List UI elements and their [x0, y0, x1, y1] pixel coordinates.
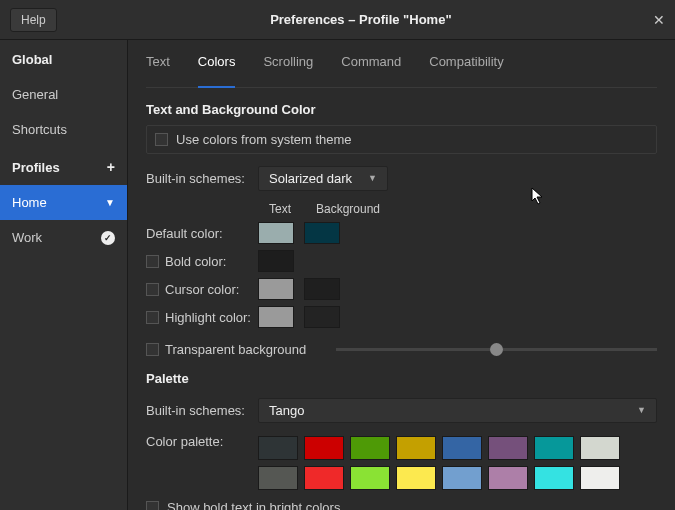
sidebar-item-work[interactable]: Work ✓: [0, 220, 127, 255]
color-palette-label: Color palette:: [146, 434, 258, 449]
system-theme-checkbox[interactable]: [155, 133, 168, 146]
scheme-label: Built-in schemes:: [146, 171, 258, 186]
palette-scheme-dropdown[interactable]: Tango ▼: [258, 398, 657, 423]
sidebar-item-general[interactable]: General: [0, 77, 127, 112]
default-text-swatch[interactable]: [258, 222, 294, 244]
section-title-palette: Palette: [146, 371, 657, 386]
palette-swatch-0[interactable]: [258, 436, 298, 460]
palette-scheme-value: Tango: [269, 403, 304, 418]
palette-swatch-5[interactable]: [488, 436, 528, 460]
palette-swatch-6[interactable]: [534, 436, 574, 460]
add-profile-button[interactable]: +: [107, 159, 115, 175]
highlight-bg-swatch[interactable]: [304, 306, 340, 328]
palette-swatch-13[interactable]: [488, 466, 528, 490]
bold-checkbox[interactable]: [146, 255, 159, 268]
palette-swatch-11[interactable]: [396, 466, 436, 490]
sidebar-header-global: Global: [0, 40, 127, 77]
palette-swatch-14[interactable]: [534, 466, 574, 490]
section-title-colors: Text and Background Color: [146, 102, 657, 117]
palette-swatch-3[interactable]: [396, 436, 436, 460]
cursor-bg-swatch[interactable]: [304, 278, 340, 300]
chevron-down-icon: ▼: [637, 405, 646, 415]
tab-colors[interactable]: Colors: [198, 54, 236, 88]
cursor-checkbox[interactable]: [146, 283, 159, 296]
bold-bright-checkbox[interactable]: [146, 501, 159, 510]
palette-swatch-1[interactable]: [304, 436, 344, 460]
palette-swatch-9[interactable]: [304, 466, 344, 490]
default-color-label: Default color:: [146, 226, 223, 241]
palette-swatch-2[interactable]: [350, 436, 390, 460]
bold-bright-label: Show bold text in bright colors: [167, 500, 340, 510]
tab-command[interactable]: Command: [341, 54, 401, 77]
default-bg-swatch[interactable]: [304, 222, 340, 244]
help-button[interactable]: Help: [10, 8, 57, 32]
bold-text-swatch[interactable]: [258, 250, 294, 272]
transparency-slider[interactable]: [336, 348, 657, 351]
column-header-bg: Background: [316, 202, 376, 216]
main-panel: Text Colors Scrolling Command Compatibil…: [128, 40, 675, 510]
sidebar-item-shortcuts[interactable]: Shortcuts: [0, 112, 127, 147]
close-icon[interactable]: ✕: [653, 12, 665, 28]
tab-scrolling[interactable]: Scrolling: [263, 54, 313, 77]
sidebar-item-label: Home: [12, 195, 47, 210]
cursor-text-swatch[interactable]: [258, 278, 294, 300]
slider-thumb[interactable]: [490, 343, 503, 356]
palette-swatch-12[interactable]: [442, 466, 482, 490]
sidebar-header-profiles: Profiles +: [0, 147, 127, 185]
highlight-text-swatch[interactable]: [258, 306, 294, 328]
palette-swatch-7[interactable]: [580, 436, 620, 460]
highlight-checkbox[interactable]: [146, 311, 159, 324]
titlebar: Help Preferences – Profile "Home" ✕: [0, 0, 675, 40]
sidebar-item-home[interactable]: Home ▼: [0, 185, 127, 220]
sidebar-item-label: Work: [12, 230, 42, 245]
tab-text[interactable]: Text: [146, 54, 170, 77]
bold-color-label: Bold color:: [165, 254, 226, 269]
color-scheme-value: Solarized dark: [269, 171, 352, 186]
palette-grid: [258, 436, 648, 490]
palette-swatch-8[interactable]: [258, 466, 298, 490]
palette-swatch-15[interactable]: [580, 466, 620, 490]
sidebar: Global General Shortcuts Profiles + Home…: [0, 40, 128, 510]
palette-scheme-label: Built-in schemes:: [146, 403, 258, 418]
palette-swatch-10[interactable]: [350, 466, 390, 490]
system-theme-label: Use colors from system theme: [176, 132, 352, 147]
transparent-label: Transparent background: [165, 342, 306, 357]
chevron-down-icon[interactable]: ▼: [105, 197, 115, 208]
system-theme-row[interactable]: Use colors from system theme: [146, 125, 657, 154]
color-scheme-dropdown[interactable]: Solarized dark ▼: [258, 166, 388, 191]
tabs: Text Colors Scrolling Command Compatibil…: [146, 40, 657, 88]
transparent-checkbox[interactable]: [146, 343, 159, 356]
tab-compatibility[interactable]: Compatibility: [429, 54, 503, 77]
profiles-header-label: Profiles: [12, 160, 60, 175]
window-title: Preferences – Profile "Home": [57, 12, 665, 27]
palette-swatch-4[interactable]: [442, 436, 482, 460]
cursor-color-label: Cursor color:: [165, 282, 239, 297]
highlight-color-label: Highlight color:: [165, 310, 251, 325]
default-profile-icon: ✓: [101, 231, 115, 245]
column-header-text: Text: [258, 202, 302, 216]
chevron-down-icon: ▼: [368, 173, 377, 183]
